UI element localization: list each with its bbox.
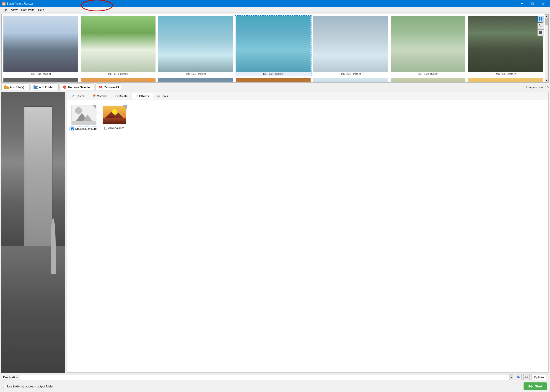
grayscale-label-container[interactable]: Grayscale Picture xyxy=(70,126,98,131)
scroll-down-button[interactable]: ▼ xyxy=(545,79,549,82)
menu-file[interactable]: File xyxy=(1,8,9,12)
destination-browse-button[interactable] xyxy=(515,374,522,380)
folder-structure-checkbox[interactable] xyxy=(3,385,6,388)
remove-all-button[interactable]: Remove All xyxy=(95,84,122,91)
menu-help[interactable]: Help xyxy=(36,8,46,12)
folder-structure-checkbox-container[interactable]: Use folder structure in output folder xyxy=(3,385,53,388)
svg-rect-18 xyxy=(539,33,540,34)
svg-rect-45 xyxy=(103,118,126,124)
gallery-item[interactable]: IMG_1652~photo.tif xyxy=(235,77,312,82)
gallery-item[interactable]: IMG_1519~photo.tif xyxy=(80,15,157,76)
grid-view-button[interactable] xyxy=(537,29,544,36)
gallery-item[interactable]: IMG_1707~photo.tif xyxy=(312,77,389,82)
gallery-item[interactable]: IMG_1530~photo.tif xyxy=(390,15,466,76)
remove-selected-label: Remove Selected xyxy=(68,85,91,89)
menu-view[interactable]: View xyxy=(9,8,19,12)
main-content: IMG_1615~photo.tifIMG_1519~photo.tifIMG_… xyxy=(0,13,550,392)
start-button[interactable]: Start xyxy=(523,382,547,390)
start-icon xyxy=(528,384,534,389)
close-button[interactable]: ✕ xyxy=(538,0,548,7)
tab-effects[interactable]: ✦ Effects xyxy=(132,93,153,99)
tab-effects-label: Effects xyxy=(139,94,149,98)
tab-rotate[interactable]: ↻ Rotate xyxy=(111,93,131,99)
svg-rect-1 xyxy=(541,17,542,19)
image-thumbnail xyxy=(236,16,311,72)
autobalance-label-container[interactable]: Auto-balance xyxy=(104,126,125,130)
list-view-button[interactable] xyxy=(537,23,544,29)
start-label: Start xyxy=(535,385,542,388)
svg-rect-3 xyxy=(541,19,542,21)
svg-marker-53 xyxy=(531,385,533,388)
scroll-up-button[interactable]: ▲ xyxy=(545,14,549,18)
add-files-button[interactable]: Add File(s)... xyxy=(1,84,30,91)
svg-rect-5 xyxy=(540,25,542,25)
svg-rect-13 xyxy=(540,31,541,32)
destination-dropdown-button[interactable]: ▼ xyxy=(509,374,513,380)
minimize-button[interactable]: − xyxy=(517,0,527,7)
title-bar: 🖼 Batch Picture Resizer − □ ✕ xyxy=(0,0,550,7)
fold-corner xyxy=(92,105,96,109)
remove-selected-icon xyxy=(63,85,67,89)
gallery-item[interactable]: IMG_1520~photo.tif xyxy=(157,15,234,76)
add-files-icon xyxy=(4,85,9,89)
gallery-scrollbar[interactable]: ▲ ▼ xyxy=(545,14,548,82)
svg-rect-8 xyxy=(540,26,542,26)
destination-label: Destination xyxy=(3,376,18,379)
gallery-item[interactable]: IMG_1708~photo.tif xyxy=(390,77,466,82)
maximize-button[interactable]: □ xyxy=(527,0,538,7)
gallery-item[interactable]: IMG_1650~photo.tif xyxy=(157,77,234,82)
add-folder-button[interactable]: Add Folder... xyxy=(31,84,59,91)
options-button[interactable]: Options xyxy=(531,374,547,380)
svg-rect-19 xyxy=(540,33,541,34)
image-thumbnail xyxy=(313,16,388,72)
grayscale-text[interactable]: Grayscale Picture xyxy=(75,127,97,130)
gallery-container: IMG_1615~photo.tifIMG_1519~photo.tifIMG_… xyxy=(1,14,549,83)
tab-convert-label: Convert xyxy=(97,94,107,98)
image-label: IMG_1615~photo.tif xyxy=(3,73,78,75)
gallery-item[interactable]: IMG_1539~photo.tif xyxy=(467,15,544,76)
images-count: Images count: 15 xyxy=(526,85,549,89)
autobalance-text[interactable]: Auto-balance xyxy=(108,126,125,130)
effects-icon: ✦ xyxy=(135,94,139,98)
options-settings-button[interactable] xyxy=(523,374,530,380)
gallery-item[interactable]: IMG_1615~photo.tif xyxy=(2,77,79,82)
image-thumbnail xyxy=(81,16,156,72)
image-thumbnail xyxy=(391,78,466,82)
effects-grid: Grayscale Picture xyxy=(70,103,546,133)
gallery-item[interactable]: IMG_1521~photo.tif xyxy=(235,15,312,76)
svg-rect-9 xyxy=(540,26,542,27)
bottom-section: ↗ Resize Convert ↻ Rotate xyxy=(1,92,549,373)
remove-all-icon xyxy=(98,85,103,89)
svg-rect-7 xyxy=(539,26,540,26)
add-folder-icon xyxy=(34,85,38,89)
grayscale-checkbox[interactable] xyxy=(71,127,74,130)
image-thumbnail xyxy=(313,78,388,82)
tab-convert[interactable]: Convert xyxy=(89,93,111,99)
add-folder-label: Add Folder... xyxy=(39,85,56,89)
svg-rect-22 xyxy=(4,85,6,86)
tab-tools-label: Tools xyxy=(161,94,168,98)
folder-structure-label: Use folder structure in output folder xyxy=(7,385,53,388)
svg-rect-12 xyxy=(539,31,540,32)
scroll-thumb[interactable] xyxy=(545,19,548,25)
tab-resize[interactable]: ↗ Resize xyxy=(68,93,89,99)
main-toolbar: Add File(s)... Add Folder... Remove Sele… xyxy=(0,83,550,92)
image-thumbnail xyxy=(236,78,311,82)
tab-tools[interactable]: ⚙ Tools xyxy=(153,93,172,99)
view-icons xyxy=(537,16,544,36)
gallery-item[interactable]: IMG_1623~photo.tif xyxy=(80,77,157,82)
grayscale-thumbnail xyxy=(71,105,97,125)
autobalance-checkbox[interactable] xyxy=(104,127,107,130)
image-thumbnail xyxy=(3,16,78,72)
menu-softorbits[interactable]: SoftOrbits xyxy=(19,8,36,12)
svg-point-51 xyxy=(526,377,527,378)
scroll-track xyxy=(545,18,548,79)
gallery-item[interactable]: IMG_1774~photo.tif xyxy=(467,77,544,82)
gallery-item[interactable]: IMG_1615~photo.tif xyxy=(2,15,79,76)
tools-icon: ⚙ xyxy=(157,94,160,98)
preview-pane xyxy=(1,92,65,373)
destination-input[interactable] xyxy=(20,374,513,380)
gallery-item[interactable]: IMG_1528~photo.tif xyxy=(312,15,389,76)
remove-selected-button[interactable]: Remove Selected xyxy=(60,84,94,91)
thumbnail-view-button[interactable] xyxy=(537,16,544,22)
